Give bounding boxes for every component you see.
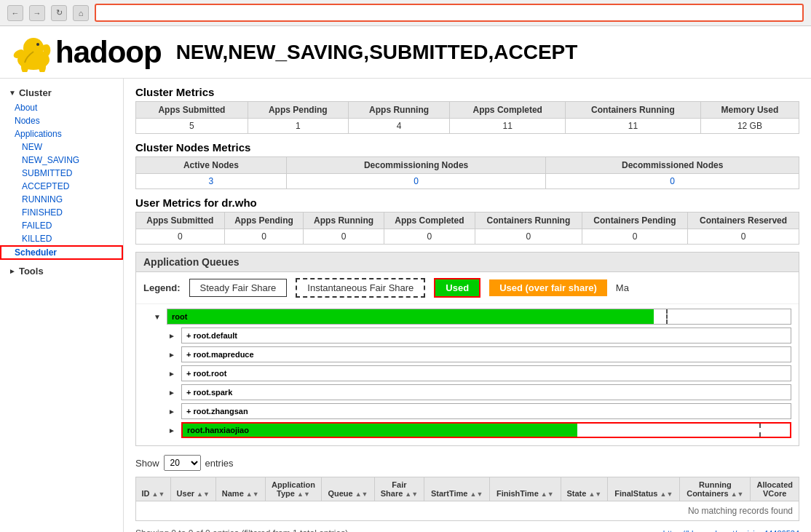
back-button[interactable]: ← bbox=[7, 5, 23, 21]
cluster-nodes-metrics-title: Cluster Nodes Metrics bbox=[135, 141, 799, 154]
val-um-containers-running: 0 bbox=[475, 229, 582, 245]
reload-button[interactable]: ↻ bbox=[51, 5, 67, 21]
queue-toggle-default[interactable]: ► bbox=[168, 332, 177, 340]
queue-bar-mapreduce[interactable]: + root.mapreduce bbox=[181, 346, 791, 362]
show-label: Show bbox=[135, 458, 159, 469]
legend-row: Legend: Steady Fair Share Instantaneous … bbox=[136, 272, 799, 304]
sidebar-item-running[interactable]: RUNNING bbox=[0, 193, 123, 206]
val-apps-pending: 1 bbox=[248, 119, 348, 134]
cluster-metrics-table: Apps Submitted Apps Pending Apps Running… bbox=[135, 101, 799, 134]
val-active-nodes: 3 bbox=[136, 174, 287, 189]
svg-point-4 bbox=[29, 44, 38, 52]
col-apps-pending: Apps Pending bbox=[248, 102, 348, 119]
col-running-containers[interactable]: RunningContainers ▲▼ bbox=[680, 477, 751, 501]
page-header: hadoop NEW,NEW_SAVING,SUBMITTED,ACCEPT bbox=[0, 26, 811, 79]
val-um-apps-completed: 0 bbox=[384, 229, 475, 245]
col-finish-time[interactable]: FinishTime ▲▼ bbox=[490, 477, 561, 501]
queue-bar-root[interactable]: root bbox=[167, 309, 791, 325]
forward-button[interactable]: → bbox=[29, 5, 45, 21]
queue-bar-root-root[interactable]: + root.root bbox=[181, 365, 791, 381]
val-memory-used: 12 GB bbox=[700, 119, 799, 134]
tools-label: Tools bbox=[19, 266, 44, 277]
col-fair-share[interactable]: FairShare ▲▼ bbox=[374, 477, 424, 501]
queue-bar-hanxiaojiao[interactable]: root.hanxiaojiao bbox=[181, 422, 791, 438]
sidebar-item-failed[interactable]: FAILED bbox=[0, 219, 123, 232]
queue-toggle-hanxiaojiao[interactable]: ► bbox=[168, 426, 177, 434]
legend-steady: Steady Fair Share bbox=[189, 279, 288, 297]
queue-name-root-root: + root.root bbox=[186, 369, 226, 378]
active-nodes-link[interactable]: 3 bbox=[209, 176, 214, 186]
cluster-section: ▼ Cluster About Nodes Applications NEW N… bbox=[0, 84, 123, 260]
col-user[interactable]: User ▲▼ bbox=[170, 477, 215, 501]
val-containers-running: 11 bbox=[566, 119, 701, 134]
col-apps-running: Apps Running bbox=[348, 102, 450, 119]
val-um-apps-submitted: 0 bbox=[136, 229, 225, 245]
content-area: Cluster Metrics Apps Submitted Apps Pend… bbox=[124, 79, 811, 532]
col-apps-submitted: Apps Submitted bbox=[136, 102, 248, 119]
no-records-row: No matching records found bbox=[136, 501, 799, 521]
col-state[interactable]: State ▲▼ bbox=[561, 477, 608, 501]
tools-section[interactable]: ► Tools bbox=[0, 263, 123, 279]
col-application-type[interactable]: ApplicationType ▲▼ bbox=[265, 477, 322, 501]
queue-bar-zhangsan[interactable]: + root.zhangsan bbox=[181, 403, 791, 419]
queue-row-root-root: ► + root.root bbox=[143, 365, 791, 381]
queue-name-mapreduce: + root.mapreduce bbox=[186, 350, 254, 359]
queue-container: ▼ root ► + root.default bbox=[136, 304, 799, 445]
footer-link[interactable]: https://blog.csdn.net/weixin_44486534 bbox=[663, 529, 799, 532]
showing-text: Showing 0 to 0 of 0 entries (filtered fr… bbox=[135, 528, 348, 532]
col-um-apps-submitted: Apps Submitted bbox=[136, 213, 225, 229]
col-memory-used: Memory Used bbox=[700, 102, 799, 119]
legend-instantaneous: Instantaneous Fair Share bbox=[296, 278, 425, 298]
queue-steady-marker-hanxiaojiao bbox=[759, 424, 761, 437]
queue-steady-marker-root bbox=[666, 309, 668, 324]
val-decommissioned-nodes: 0 bbox=[546, 174, 799, 189]
table-footer: Showing 0 to 0 of 0 entries (filtered fr… bbox=[135, 528, 799, 532]
col-um-containers-running: Containers Running bbox=[475, 213, 582, 229]
hadoop-logo-icon bbox=[12, 32, 55, 72]
col-containers-running: Containers Running bbox=[566, 102, 701, 119]
sidebar-item-about[interactable]: About bbox=[0, 101, 123, 114]
sidebar-item-scheduler[interactable]: Scheduler bbox=[0, 245, 123, 260]
col-apps-completed: Apps Completed bbox=[450, 102, 566, 119]
sidebar-item-applications[interactable]: Applications bbox=[0, 127, 123, 140]
main-layout: ▼ Cluster About Nodes Applications NEW N… bbox=[0, 79, 811, 532]
home-button[interactable]: ⌂ bbox=[73, 5, 89, 21]
user-metrics-table: Apps Submitted Apps Pending Apps Running… bbox=[135, 212, 799, 245]
col-queue[interactable]: Queue ▲▼ bbox=[322, 477, 374, 501]
sidebar-item-new[interactable]: NEW bbox=[0, 140, 123, 154]
queue-toggle-mapreduce[interactable]: ► bbox=[168, 351, 177, 359]
sidebar-item-killed[interactable]: KILLED bbox=[0, 232, 123, 245]
sidebar-item-finished[interactable]: FINISHED bbox=[0, 206, 123, 219]
queue-toggle-root-root[interactable]: ► bbox=[168, 370, 177, 378]
sidebar-item-new-saving[interactable]: NEW_SAVING bbox=[0, 154, 123, 167]
sidebar-item-submitted[interactable]: SUBMITTED bbox=[0, 167, 123, 180]
sidebar-item-nodes[interactable]: Nodes bbox=[0, 114, 123, 127]
col-name[interactable]: Name ▲▼ bbox=[215, 477, 265, 501]
queue-toggle-spark[interactable]: ► bbox=[168, 389, 177, 397]
cluster-nodes-row: 3 0 0 bbox=[136, 174, 799, 189]
legend-label: Legend: bbox=[143, 282, 181, 293]
cluster-section-title[interactable]: ▼ Cluster bbox=[0, 84, 123, 101]
decommissioned-link[interactable]: 0 bbox=[670, 176, 675, 186]
queue-toggle-root[interactable]: ▼ bbox=[154, 313, 162, 321]
col-final-status[interactable]: FinalStatus ▲▼ bbox=[608, 477, 680, 501]
val-decommissioning-nodes: 0 bbox=[286, 174, 546, 189]
decommissioning-link[interactable]: 0 bbox=[414, 176, 419, 186]
queue-toggle-zhangsan[interactable]: ► bbox=[168, 408, 177, 416]
queue-row-mapreduce: ► + root.mapreduce bbox=[143, 346, 791, 362]
sidebar-item-accepted[interactable]: ACCEPTED bbox=[0, 180, 123, 193]
app-queues-section: Application Queues Legend: Steady Fair S… bbox=[135, 252, 799, 446]
queue-used-bar-root bbox=[167, 309, 654, 324]
col-start-time[interactable]: StartTime ▲▼ bbox=[424, 477, 490, 501]
col-um-containers-pending: Containers Pending bbox=[582, 213, 687, 229]
col-id[interactable]: ID ▲▼ bbox=[136, 477, 171, 501]
entries-select[interactable]: 10 20 25 50 100 bbox=[164, 455, 201, 471]
app-queues-title: Application Queues bbox=[136, 253, 799, 272]
col-allocated-vcore[interactable]: AllocatedVCore bbox=[751, 477, 799, 501]
val-apps-running: 4 bbox=[348, 119, 450, 134]
url-bar[interactable]: 192.168.100.211:8088/cluster/scheduler bbox=[95, 4, 804, 22]
col-um-apps-pending: Apps Pending bbox=[224, 213, 304, 229]
queue-bar-spark[interactable]: + root.spark bbox=[181, 384, 791, 400]
cluster-metrics-title: Cluster Metrics bbox=[135, 86, 799, 98]
queue-bar-default[interactable]: + root.default bbox=[181, 327, 791, 344]
